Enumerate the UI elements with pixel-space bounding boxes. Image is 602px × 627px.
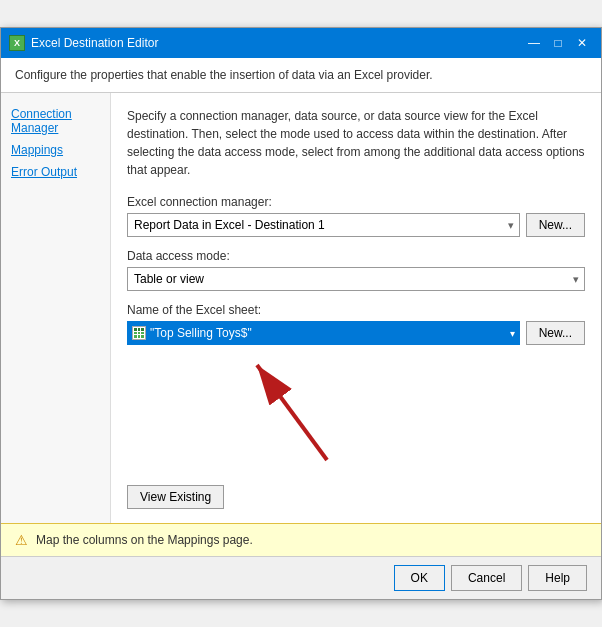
warning-bar: ⚠ Map the columns on the Mappings page. <box>1 523 601 556</box>
app-icon: X <box>9 35 25 51</box>
view-existing-button[interactable]: View Existing <box>127 485 224 509</box>
minimize-button[interactable]: — <box>523 34 545 52</box>
svg-line-1 <box>257 365 327 460</box>
red-arrow-svg <box>227 345 387 465</box>
main-content: Connection Manager Mappings Error Output… <box>1 93 601 523</box>
warning-message: Map the columns on the Mappings page. <box>36 533 253 547</box>
title-buttons: — □ ✕ <box>523 34 593 52</box>
sheet-name-label: Name of the Excel sheet: <box>127 303 585 317</box>
data-access-dropdown-wrapper: Table or view <box>127 267 585 291</box>
view-existing-area: View Existing <box>127 485 585 509</box>
data-access-group: Data access mode: Table or view <box>127 249 585 291</box>
help-button[interactable]: Help <box>528 565 587 591</box>
description-bar: Configure the properties that enable the… <box>1 58 601 93</box>
connection-manager-dropdown-wrapper: Report Data in Excel - Destination 1 <box>127 213 520 237</box>
content-instructions: Specify a connection manager, data sourc… <box>127 107 585 179</box>
title-bar: X Excel Destination Editor — □ ✕ <box>1 28 601 58</box>
sheet-dropdown[interactable]: "Top Selling Toys$" ▾ <box>127 321 520 345</box>
close-button[interactable]: ✕ <box>571 34 593 52</box>
window-title: Excel Destination Editor <box>31 36 158 50</box>
sidebar-item-connection-manager[interactable]: Connection Manager <box>1 103 110 139</box>
maximize-button[interactable]: □ <box>547 34 569 52</box>
sheet-grid-icon <box>132 326 146 340</box>
sheet-name-group: Name of the Excel sheet: <box>127 303 585 465</box>
sheet-value-text: "Top Selling Toys$" <box>150 326 506 340</box>
content-area: Specify a connection manager, data sourc… <box>111 93 601 523</box>
connection-manager-row: Report Data in Excel - Destination 1 New… <box>127 213 585 237</box>
sheet-name-row: "Top Selling Toys$" ▾ New... <box>127 321 585 345</box>
data-access-label: Data access mode: <box>127 249 585 263</box>
warning-icon: ⚠ <box>15 532 28 548</box>
new-connection-button[interactable]: New... <box>526 213 585 237</box>
dialog-footer: OK Cancel Help <box>1 556 601 599</box>
sidebar: Connection Manager Mappings Error Output <box>1 93 111 523</box>
new-sheet-button[interactable]: New... <box>526 321 585 345</box>
excel-destination-editor-window: X Excel Destination Editor — □ ✕ Configu… <box>0 27 602 600</box>
sheet-dropdown-arrow-icon: ▾ <box>510 328 515 339</box>
title-bar-left: X Excel Destination Editor <box>9 35 158 51</box>
sidebar-item-mappings[interactable]: Mappings <box>1 139 110 161</box>
arrow-annotation-area <box>127 345 585 465</box>
connection-manager-group: Excel connection manager: Report Data in… <box>127 195 585 237</box>
connection-manager-select[interactable]: Report Data in Excel - Destination 1 <box>127 213 520 237</box>
cancel-button[interactable]: Cancel <box>451 565 522 591</box>
description-text: Configure the properties that enable the… <box>15 68 433 82</box>
ok-button[interactable]: OK <box>394 565 445 591</box>
sheet-dropdown-wrapper: "Top Selling Toys$" ▾ <box>127 321 520 345</box>
data-access-select[interactable]: Table or view <box>127 267 585 291</box>
sidebar-item-error-output[interactable]: Error Output <box>1 161 110 183</box>
connection-manager-label: Excel connection manager: <box>127 195 585 209</box>
